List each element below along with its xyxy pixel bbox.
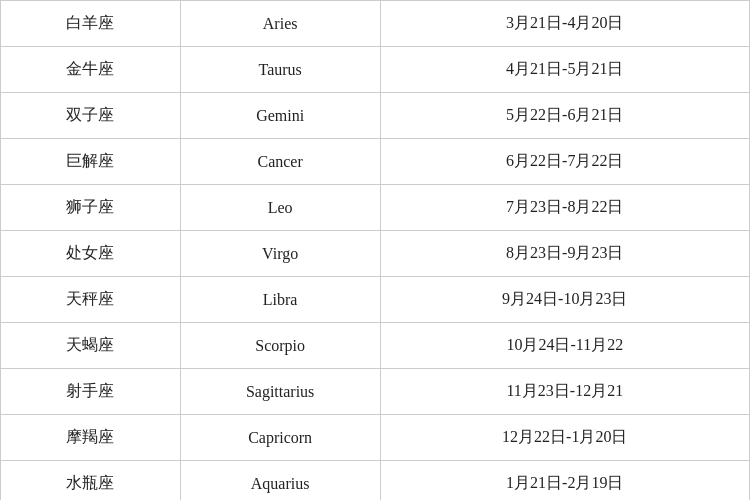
- table-row: 射手座Sagittarius11月23日-12月21: [1, 369, 750, 415]
- zodiac-english: Gemini: [180, 93, 380, 139]
- zodiac-dates: 7月23日-8月22日: [380, 185, 749, 231]
- zodiac-dates: 5月22日-6月21日: [380, 93, 749, 139]
- zodiac-dates: 9月24日-10月23日: [380, 277, 749, 323]
- zodiac-dates: 8月23日-9月23日: [380, 231, 749, 277]
- zodiac-english: Taurus: [180, 47, 380, 93]
- zodiac-chinese: 处女座: [1, 231, 181, 277]
- table-row: 摩羯座Capricorn12月22日-1月20日: [1, 415, 750, 461]
- zodiac-chinese: 摩羯座: [1, 415, 181, 461]
- zodiac-chinese: 天秤座: [1, 277, 181, 323]
- table-row: 处女座Virgo8月23日-9月23日: [1, 231, 750, 277]
- table-row: 水瓶座Aquarius1月21日-2月19日: [1, 461, 750, 501]
- zodiac-english: Scorpio: [180, 323, 380, 369]
- zodiac-chinese: 天蝎座: [1, 323, 181, 369]
- zodiac-english: Libra: [180, 277, 380, 323]
- zodiac-chinese: 狮子座: [1, 185, 181, 231]
- zodiac-chinese: 巨解座: [1, 139, 181, 185]
- zodiac-chinese: 金牛座: [1, 47, 181, 93]
- zodiac-english: Cancer: [180, 139, 380, 185]
- table-row: 巨解座Cancer6月22日-7月22日: [1, 139, 750, 185]
- table-row: 狮子座Leo7月23日-8月22日: [1, 185, 750, 231]
- zodiac-english: Aquarius: [180, 461, 380, 501]
- zodiac-english: Leo: [180, 185, 380, 231]
- zodiac-dates: 10月24日-11月22: [380, 323, 749, 369]
- zodiac-dates: 11月23日-12月21: [380, 369, 749, 415]
- table-row: 金牛座Taurus4月21日-5月21日: [1, 47, 750, 93]
- table-row: 天秤座Libra9月24日-10月23日: [1, 277, 750, 323]
- table-row: 天蝎座Scorpio10月24日-11月22: [1, 323, 750, 369]
- table-row: 白羊座Aries3月21日-4月20日: [1, 1, 750, 47]
- zodiac-dates: 6月22日-7月22日: [380, 139, 749, 185]
- zodiac-english: Sagittarius: [180, 369, 380, 415]
- zodiac-table-container: 白羊座Aries3月21日-4月20日金牛座Taurus4月21日-5月21日双…: [0, 0, 750, 500]
- zodiac-chinese: 水瓶座: [1, 461, 181, 501]
- zodiac-table: 白羊座Aries3月21日-4月20日金牛座Taurus4月21日-5月21日双…: [0, 0, 750, 500]
- zodiac-english: Virgo: [180, 231, 380, 277]
- zodiac-english: Aries: [180, 1, 380, 47]
- zodiac-chinese: 白羊座: [1, 1, 181, 47]
- table-row: 双子座Gemini5月22日-6月21日: [1, 93, 750, 139]
- zodiac-chinese: 射手座: [1, 369, 181, 415]
- zodiac-dates: 12月22日-1月20日: [380, 415, 749, 461]
- zodiac-english: Capricorn: [180, 415, 380, 461]
- zodiac-chinese: 双子座: [1, 93, 181, 139]
- zodiac-dates: 1月21日-2月19日: [380, 461, 749, 501]
- zodiac-dates: 3月21日-4月20日: [380, 1, 749, 47]
- zodiac-dates: 4月21日-5月21日: [380, 47, 749, 93]
